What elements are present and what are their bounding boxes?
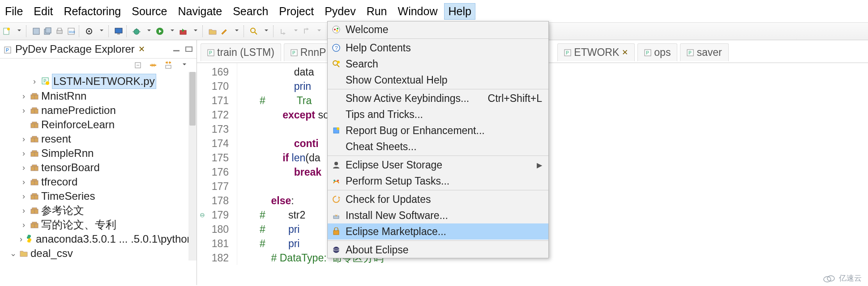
help-menu-item[interactable]: Show Active Keybindings...Ctrl+Shift+L <box>328 90 548 106</box>
menu-navigate[interactable]: Navigate <box>174 3 226 20</box>
fold-icon[interactable]: ⊖ <box>200 208 205 222</box>
save-all-icon[interactable] <box>43 26 53 36</box>
scrollbar[interactable] <box>188 72 197 261</box>
tree-item[interactable]: ReinforceLearn <box>4 118 194 132</box>
expand-icon[interactable]: › <box>20 189 28 203</box>
menu-project[interactable]: Project <box>275 3 318 20</box>
new-icon[interactable] <box>2 26 12 36</box>
help-menu-item[interactable]: Perform Setup Tasks... <box>328 173 548 189</box>
editor-tab[interactable]: PETWORK✕ <box>557 43 635 61</box>
close-icon[interactable]: ✕ <box>622 48 628 57</box>
separator <box>273 25 276 37</box>
menu-window[interactable]: Window <box>394 3 442 20</box>
tree-item[interactable]: ›PLSTM-NETWORK.py <box>4 74 194 89</box>
menu-search[interactable]: Search <box>229 3 272 20</box>
help-menu-item[interactable]: Check for Updates <box>328 191 548 207</box>
help-menu-item[interactable]: Cheat Sheets... <box>328 139 548 155</box>
help-menu-item[interactable]: Tips and Tricks... <box>328 106 548 122</box>
debug-dropdown[interactable] <box>143 26 153 36</box>
menu-separator <box>328 89 548 89</box>
help-menu-item[interactable]: Search <box>328 56 548 72</box>
help-menu-item[interactable]: Show Contextual Help <box>328 72 548 88</box>
menu-file[interactable]: File <box>1 3 27 20</box>
menu-run[interactable]: Run <box>363 3 391 20</box>
brush-icon[interactable] <box>219 26 229 36</box>
new-dropdown[interactable] <box>13 26 23 36</box>
menu-source[interactable]: Source <box>128 3 171 20</box>
explorer-tab[interactable]: P PyDev Package Explorer ✕ <box>0 40 197 59</box>
explorer-tree[interactable]: ›PLSTM-NETWORK.py›MnistRnn›namePredictio… <box>0 72 197 261</box>
tree-item[interactable]: ›MnistRnn <box>4 89 194 103</box>
close-icon[interactable]: ✕ <box>138 44 145 54</box>
tree-item[interactable]: ›resent <box>4 132 194 146</box>
view-menu-icon[interactable] <box>179 60 188 70</box>
expand-icon[interactable]: › <box>20 103 28 118</box>
help-menu-item[interactable]: Eclipse Marketplace... <box>328 223 548 240</box>
tree-label: MnistRnn <box>41 89 86 103</box>
editor-tab[interactable]: Pops <box>637 43 677 61</box>
expand-icon[interactable]: › <box>20 218 28 232</box>
run-dropdown[interactable] <box>167 26 176 36</box>
filter-icon[interactable] <box>163 60 173 70</box>
editor-tab[interactable]: Psaver <box>680 43 728 61</box>
tree-item[interactable]: ›SimpleRnn <box>4 146 194 160</box>
search-icon[interactable] <box>249 26 259 36</box>
search-icon <box>331 59 341 69</box>
step-icon[interactable] <box>278 26 288 36</box>
save-icon[interactable] <box>31 26 41 36</box>
tree-item[interactable]: ›anaconda3.5.0.1 ... .5.0.1\python. <box>4 232 194 246</box>
step2-dropdown[interactable] <box>313 26 323 36</box>
expand-icon[interactable]: › <box>20 160 28 175</box>
target-icon[interactable] <box>84 26 94 36</box>
expand-icon[interactable]: › <box>20 175 28 189</box>
maximize-icon[interactable] <box>185 46 193 52</box>
help-menu-item[interactable]: ?Help Contents <box>328 40 548 56</box>
help-menu-item[interactable]: Eclipse User Storage▶ <box>328 157 548 173</box>
tree-item[interactable]: ›tensorBoard <box>4 160 194 175</box>
pkg-icon <box>30 118 38 132</box>
target-dropdown[interactable] <box>96 26 106 36</box>
tree-item[interactable]: ›tfrecord <box>4 175 194 189</box>
open-type-icon[interactable] <box>208 26 218 36</box>
help-menu-item[interactable]: Welcome <box>328 21 548 38</box>
monitor-icon[interactable] <box>114 26 124 36</box>
step2-icon[interactable] <box>302 26 312 36</box>
run-icon[interactable] <box>155 26 165 36</box>
collapse-all-icon[interactable] <box>133 60 143 70</box>
print-icon[interactable] <box>55 26 64 36</box>
help-menu-item[interactable]: Report Bug or Enhancement... <box>328 122 548 139</box>
menu-pydev[interactable]: Pydev <box>321 3 359 20</box>
menu-refactoring[interactable]: Refactoring <box>60 3 125 20</box>
ext-tools-icon[interactable] <box>178 26 188 36</box>
expand-icon[interactable]: ⌄ <box>9 246 17 261</box>
menu-edit[interactable]: Edit <box>30 3 57 20</box>
tree-item[interactable]: ›写的论文、专利 <box>4 218 194 232</box>
expand-icon[interactable]: › <box>20 89 28 103</box>
help-menu-item[interactable]: Install New Software... <box>328 207 548 223</box>
tree-item[interactable]: ›TimeSeries <box>4 189 194 203</box>
search-dropdown[interactable] <box>261 26 270 36</box>
svg-point-97 <box>333 247 339 253</box>
tree-item[interactable]: ⌄deal_csv <box>4 246 194 261</box>
brush-dropdown[interactable] <box>231 26 241 36</box>
link-icon[interactable] <box>148 60 158 70</box>
tree-item[interactable]: ›namePrediction <box>4 103 194 118</box>
expand-icon[interactable]: › <box>20 146 28 160</box>
step-dropdown[interactable] <box>290 26 300 36</box>
minimize-icon[interactable] <box>172 46 180 52</box>
expand-icon[interactable]: › <box>30 74 38 88</box>
debug-icon[interactable] <box>132 26 141 36</box>
tree-label: namePrediction <box>41 103 116 118</box>
expand-icon[interactable]: › <box>20 132 28 146</box>
menu-help[interactable]: Help <box>444 3 475 20</box>
binary-icon[interactable]: 010 <box>66 26 76 36</box>
editor-tab[interactable]: PRnnP <box>284 43 333 61</box>
svg-point-92 <box>337 180 339 181</box>
svg-text:P: P <box>646 50 649 55</box>
editor-tab[interactable]: Ptrain (LSTM) <box>201 43 281 61</box>
expand-icon[interactable]: › <box>20 203 28 218</box>
ext-tools-dropdown[interactable] <box>190 26 200 36</box>
tree-item[interactable]: ›参考论文 <box>4 203 194 218</box>
expand-icon[interactable]: › <box>20 232 22 246</box>
help-menu-item[interactable]: About Eclipse <box>328 242 548 258</box>
